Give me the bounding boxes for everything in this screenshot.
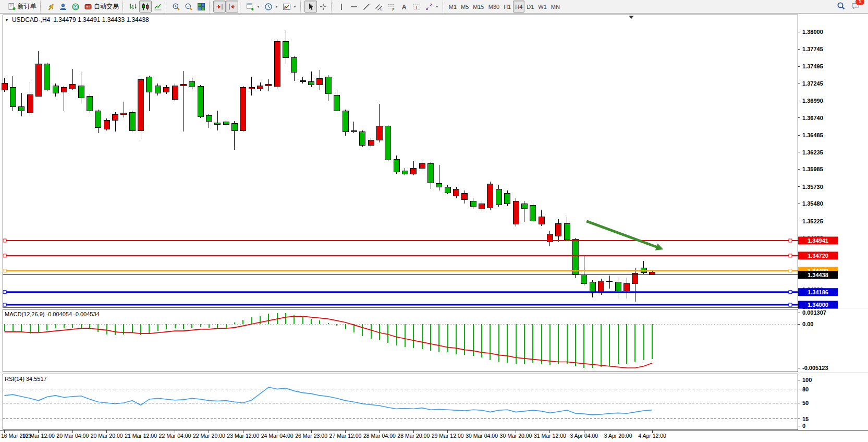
- chart-header: ▼ USDCAD-,H4 1.34479 1.34491 1.34433 1.3…: [5, 16, 149, 23]
- candle-body: [479, 204, 485, 209]
- candle-body: [419, 163, 425, 168]
- candle-body: [556, 223, 561, 236]
- price-tick-label: 1.36740: [802, 115, 823, 121]
- rsi-indicator-label: RSI(14) 34.5517: [5, 376, 47, 382]
- candle-body: [325, 77, 331, 94]
- candle-body: [104, 120, 109, 129]
- candle-body: [44, 64, 50, 90]
- candle-body: [155, 86, 161, 93]
- time-axis-label: 28 Mar 04:00: [363, 433, 396, 439]
- time-axis-label: 29 Mar 12:00: [432, 433, 464, 439]
- candle-body: [129, 112, 135, 130]
- time-axis-label: 17 Mar 12:00: [22, 433, 55, 439]
- time-axis-label: 30 Mar 04:00: [466, 433, 498, 439]
- hline-handle[interactable]: [789, 291, 792, 294]
- candle-body: [274, 41, 280, 87]
- price-tick-label: 1.35480: [802, 200, 823, 207]
- candle-body: [334, 95, 340, 111]
- candle-body: [172, 86, 178, 99]
- time-axis-label: 26 Mar 23:00: [295, 433, 327, 439]
- hline-handle[interactable]: [3, 269, 6, 272]
- candle-body: [650, 272, 655, 274]
- candle-body: [615, 282, 621, 291]
- hline-handle[interactable]: [3, 303, 6, 306]
- candle-body: [385, 126, 391, 160]
- macd-indicator-label: MACD(12,26,9) -0.004054 -0.004534: [5, 311, 100, 317]
- candle-body: [61, 88, 67, 92]
- candle-body: [530, 205, 536, 221]
- candle-body: [470, 201, 476, 206]
- price-tick-label: 1.35225: [802, 218, 823, 224]
- candle-body: [35, 64, 41, 97]
- price-tick-label: 1.37745: [802, 46, 823, 52]
- price-tick-label: 1.37495: [802, 63, 823, 69]
- candle-body: [19, 106, 25, 111]
- macd-tick-label: -0.005123: [802, 365, 828, 371]
- candle-body: [231, 124, 237, 130]
- time-axis-label: 27 Mar 12:00: [329, 433, 362, 439]
- hline-handle[interactable]: [789, 269, 792, 272]
- hline-handle[interactable]: [789, 303, 792, 306]
- candle-body: [87, 97, 93, 111]
- candle-body: [376, 126, 382, 140]
- terminal-window: 新订单自动交易▼▼▼EFAT▼M1M5M15M30H1H4D1W1MN1 1.3…: [0, 0, 868, 442]
- candle-body: [291, 58, 297, 72]
- candle-body: [78, 86, 84, 98]
- pane-separator[interactable]: [0, 372, 868, 373]
- candle-body: [607, 281, 613, 282]
- candle-body: [572, 239, 578, 274]
- rsi-tick-label: 15: [802, 416, 809, 422]
- chart-canvas: 1.380001.377451.374951.372451.369901.367…: [0, 0, 868, 442]
- candle-body: [462, 193, 468, 199]
- time-axis-label: 3 Apr 04:00: [570, 433, 598, 439]
- time-axis-label: 4 Apr 12:00: [638, 433, 666, 439]
- candle-body: [632, 273, 638, 283]
- rsi-tick-label: 80: [802, 386, 809, 392]
- candle-body: [590, 282, 595, 293]
- candle-body: [624, 283, 630, 291]
- macd-tick-label: 0.001307: [802, 309, 826, 316]
- candle-body: [513, 201, 519, 224]
- hline-handle[interactable]: [789, 254, 792, 257]
- time-axis-label: 31 Mar 12:00: [534, 433, 566, 439]
- candle-body: [70, 85, 76, 89]
- candle-body: [300, 80, 305, 81]
- candle-body: [164, 88, 169, 92]
- hline-handle[interactable]: [789, 239, 792, 242]
- macd-tick-label: 0.00: [802, 321, 813, 327]
- price-tick-label: 1.35985: [802, 166, 823, 172]
- time-axis-label: 3 Apr 20:00: [604, 433, 632, 439]
- candle-body: [581, 274, 587, 283]
- candle-body: [223, 122, 229, 124]
- price-tick-label: 1.35730: [802, 184, 823, 190]
- candle-body: [496, 189, 502, 205]
- rsi-tick-label: 50: [802, 400, 809, 406]
- candle-body: [505, 193, 510, 204]
- hline-handle[interactable]: [3, 291, 6, 294]
- hline-handle[interactable]: [3, 254, 6, 257]
- chart-collapse-icon[interactable]: ▼: [5, 18, 9, 22]
- price-tick-label: 1.37245: [802, 80, 823, 87]
- candle-body: [10, 87, 16, 107]
- candle-body: [394, 159, 399, 172]
- candle-body: [189, 82, 195, 87]
- candle-body: [2, 83, 7, 90]
- candle-body: [240, 88, 246, 130]
- time-axis-label: 21 Mar 12:00: [125, 433, 157, 439]
- hline-handle[interactable]: [3, 239, 6, 242]
- candle-body: [27, 94, 33, 112]
- candle-body: [309, 81, 314, 85]
- candle-body: [539, 217, 544, 224]
- pane-separator[interactable]: [0, 308, 868, 308]
- candle-body: [53, 86, 58, 93]
- hline-price-tag-label: 1.34941: [808, 237, 828, 244]
- price-tick-label: 1.36485: [802, 132, 823, 138]
- rsi-tick-label: 100: [802, 377, 812, 383]
- rsi-tick-label: 0: [802, 423, 805, 429]
- candle-body: [343, 111, 348, 132]
- candle-body: [436, 183, 442, 187]
- candle-body: [521, 204, 527, 208]
- candle-body: [249, 88, 254, 89]
- time-axis-label: 22 Mar 04:00: [159, 433, 191, 439]
- hline-price-tag-label: 1.34438: [808, 272, 828, 278]
